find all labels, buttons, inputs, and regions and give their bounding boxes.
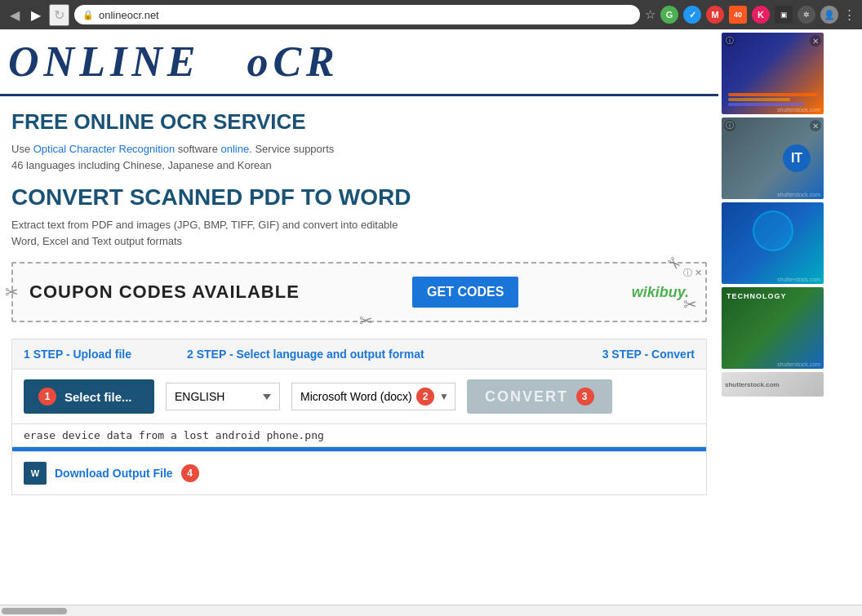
site-header: ONLINE oCR bbox=[0, 29, 718, 96]
select-file-button[interactable]: 1 Select file... bbox=[24, 379, 154, 414]
ad-coupon-text: COUPON CODES AVAILABLE bbox=[29, 281, 300, 303]
refresh-button[interactable]: ↻ bbox=[49, 4, 69, 26]
forward-button[interactable]: ▶ bbox=[28, 6, 44, 24]
steps-header: 1 STEP - Upload file 2 STEP - Select lan… bbox=[11, 339, 707, 370]
scrollbar-container[interactable] bbox=[0, 605, 862, 616]
word-icon-text: W bbox=[31, 468, 39, 478]
lock-icon: 🔒 bbox=[82, 10, 94, 20]
free-ocr-desc: Use Optical Character Recognition softwa… bbox=[11, 141, 707, 173]
extension-icon-5[interactable]: K bbox=[752, 6, 770, 24]
ad1-bar3 bbox=[728, 103, 804, 106]
address-bar[interactable]: 🔒 onlineocr.net bbox=[74, 5, 640, 24]
scissors-left-icon: ✂ bbox=[5, 282, 19, 302]
ad2-info-icon[interactable]: ⓘ bbox=[724, 120, 735, 131]
site-logo: ONLINE oCR bbox=[8, 38, 340, 86]
convert-desc-line1: Extract text from PDF and images (JPG, B… bbox=[11, 219, 398, 231]
ad-info-icon: ⓘ bbox=[683, 267, 692, 279]
ad1-url: shutterstock.com bbox=[777, 107, 820, 113]
ad-wikibuy-label: wikibuy. bbox=[632, 284, 689, 301]
extension-icon-6[interactable]: ▣ bbox=[775, 6, 793, 24]
back-button[interactable]: ◀ bbox=[7, 6, 23, 24]
extension-icon-3[interactable]: M bbox=[706, 6, 724, 24]
filename-text: erase device data from a lost android ph… bbox=[24, 429, 324, 441]
step1-badge: 1 bbox=[38, 388, 56, 405]
scrollbar-thumb[interactable] bbox=[2, 608, 67, 614]
sidebar-ad-4[interactable]: TECHNOLOGY shutterstock.com bbox=[722, 287, 824, 369]
download-row: W Download Output File 4 bbox=[11, 452, 707, 495]
sidebar-ad-partial[interactable]: shutterstock.com bbox=[722, 372, 824, 397]
ad1-content bbox=[728, 93, 817, 106]
extension-icon-2[interactable]: ✓ bbox=[683, 6, 701, 24]
more-icon[interactable]: ⋮ bbox=[843, 7, 855, 22]
scissors-top-right-icon: ✂ bbox=[662, 252, 686, 276]
step4-badge: 4 bbox=[181, 464, 199, 482]
free-ocr-desc-line1: Use Optical Character Recognition softwa… bbox=[11, 143, 334, 155]
main-content: ONLINE oCR FREE ONLINE OCR SERVICE Use O… bbox=[0, 29, 718, 616]
format-select[interactable]: Microsoft Word (docx) Microsoft Excel (x… bbox=[291, 383, 455, 410]
ad1-bar1 bbox=[728, 93, 817, 96]
online-link[interactable]: online bbox=[221, 143, 250, 155]
convert-title: CONVERT SCANNED PDF TO WORD bbox=[11, 184, 707, 211]
sidebar-ad-2[interactable]: ⓘ ✕ IT shutterstock.com bbox=[722, 117, 824, 199]
star-icon[interactable]: ☆ bbox=[645, 7, 655, 22]
scissors-bottom-right-icon: ✂ bbox=[683, 295, 697, 314]
free-ocr-title: FREE ONLINE OCR SERVICE bbox=[11, 109, 707, 135]
word-file-icon: W bbox=[24, 462, 47, 485]
convert-desc: Extract text from PDF and images (JPG, B… bbox=[11, 217, 707, 249]
controls-row: 1 Select file... ENGLISH FRENCH GERMAN S… bbox=[11, 370, 707, 424]
step2-label: 2 STEP - Select language and output form… bbox=[187, 348, 548, 361]
profile-icon[interactable]: 👤 bbox=[820, 6, 838, 24]
ad3-circle bbox=[753, 211, 793, 251]
extension-icon-4[interactable]: 40 bbox=[729, 6, 747, 24]
sidebar-ad-3[interactable]: shutterstock.com bbox=[722, 202, 824, 284]
ad4-url: shutterstock.com bbox=[777, 361, 820, 367]
ad2-it-badge: IT bbox=[783, 144, 811, 172]
page-wrapper: ONLINE oCR FREE ONLINE OCR SERVICE Use O… bbox=[0, 29, 862, 616]
ad1-close-icon[interactable]: ✕ bbox=[810, 35, 821, 47]
format-select-wrapper: Microsoft Word (docx) Microsoft Excel (x… bbox=[291, 383, 455, 410]
ad-banner: ✂ ✂ ✂ ⓘ ✕ COUPON CODES AVAILABLE GET COD… bbox=[11, 262, 707, 322]
progress-bar-fill bbox=[12, 447, 706, 451]
url-text: onlineocr.net bbox=[99, 9, 632, 21]
ad2-close-icon[interactable]: ✕ bbox=[810, 120, 821, 131]
convert-button[interactable]: CONVERT 3 bbox=[467, 379, 612, 414]
download-output-link[interactable]: Download Output File bbox=[55, 467, 173, 480]
ad-close-button[interactable]: ⓘ ✕ bbox=[683, 267, 702, 279]
ad4-label-text: TECHNOLOGY bbox=[726, 292, 787, 300]
logo-text: ONLINE oCR bbox=[8, 38, 340, 86]
step3-badge: 3 bbox=[576, 388, 594, 405]
filename-row: erase device data from a lost android ph… bbox=[11, 424, 707, 447]
ad2-url: shutterstock.com bbox=[777, 192, 820, 197]
ad3-url: shutterstock.com bbox=[777, 277, 820, 282]
ad1-info-icon[interactable]: ⓘ bbox=[724, 35, 735, 47]
sidebar-ads: ⓘ ✕ shutterstock.com ⓘ ✕ IT shutterstock… bbox=[718, 29, 829, 616]
step1-label: 1 STEP - Upload file bbox=[24, 348, 187, 361]
ad1-bar2 bbox=[728, 98, 790, 101]
get-codes-button[interactable]: GET CODES bbox=[412, 277, 518, 308]
extension-icon-7[interactable]: ✲ bbox=[798, 6, 815, 24]
ad-x-icon[interactable]: ✕ bbox=[695, 268, 702, 278]
step3-label: 3 STEP - Convert bbox=[548, 348, 695, 361]
browser-actions: ☆ G ✓ M 40 K ▣ ✲ 👤 ⋮ bbox=[645, 6, 855, 24]
content-area: FREE ONLINE OCR SERVICE Use Optical Char… bbox=[0, 96, 718, 508]
convert-label: CONVERT bbox=[485, 388, 568, 405]
scissors-bottom-icon: ✂ bbox=[359, 311, 373, 330]
partial-ad-text: shutterstock.com bbox=[725, 381, 780, 388]
ocr-link[interactable]: Optical Character Recognition bbox=[33, 143, 175, 155]
select-file-label: Select file... bbox=[64, 390, 132, 404]
browser-chrome: ◀ ▶ ↻ 🔒 onlineocr.net ☆ G ✓ M 40 K ▣ ✲ 👤 bbox=[0, 0, 862, 29]
convert-desc-line2: Word, Excel and Text output formats bbox=[11, 235, 182, 247]
sidebar-ad-1[interactable]: ⓘ ✕ shutterstock.com bbox=[722, 33, 824, 114]
extension-icon-1[interactable]: G bbox=[660, 6, 678, 24]
language-select[interactable]: ENGLISH FRENCH GERMAN SPANISH CHINESE JA… bbox=[166, 383, 280, 410]
free-ocr-desc-line2: 46 languages including Chinese, Japanese… bbox=[11, 159, 272, 171]
